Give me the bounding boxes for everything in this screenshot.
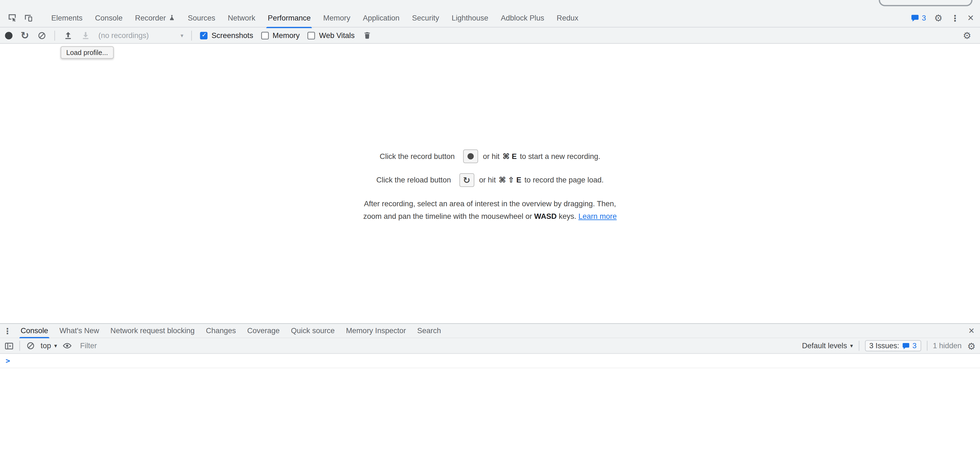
issues-button[interactable]: 3 Issues: 3 (865, 340, 921, 351)
record-icon[interactable] (5, 32, 12, 39)
drawer-tab-coverage[interactable]: Coverage (242, 324, 285, 338)
tab-network[interactable]: Network (221, 8, 261, 27)
console-prompt-row[interactable]: > (0, 354, 980, 368)
chevron-down-icon: ▾ (54, 343, 57, 349)
drawer-tab-label: Coverage (247, 326, 280, 335)
drawer-tab-changes[interactable]: Changes (200, 324, 242, 338)
reload-button[interactable]: ↻ (459, 173, 474, 187)
tab-elements[interactable]: Elements (45, 8, 89, 27)
memory-checkbox[interactable]: Memory (261, 31, 300, 40)
browser-artifact (879, 0, 973, 6)
record-shortcut-keys: ⌘ E (503, 152, 517, 161)
tab-label: Application (363, 13, 399, 22)
device-toolbar-icon[interactable] (20, 9, 36, 27)
drawer-kebab-icon[interactable]: ⋮ (0, 324, 15, 338)
log-levels-dropdown[interactable]: Default levels ▾ (802, 341, 853, 350)
tab-redux[interactable]: Redux (550, 8, 585, 27)
learn-more-link[interactable]: Learn more (578, 212, 617, 220)
screenshots-checkbox[interactable]: Screenshots (200, 31, 253, 40)
drawer-tab-network-request-blocking[interactable]: Network request blocking (105, 324, 200, 338)
drawer-tab-label: What's New (59, 326, 99, 335)
console-context-selector[interactable]: top ▾ (41, 341, 57, 350)
drawer-close-icon[interactable]: × (963, 324, 980, 338)
web-vitals-checkbox[interactable]: Web Vitals (308, 31, 355, 40)
delete-recordings-icon[interactable] (363, 30, 372, 40)
console-settings-gear-icon[interactable]: ⚙ (967, 341, 975, 351)
load-profile-icon[interactable] (64, 30, 73, 40)
chevron-down-icon: ▾ (850, 343, 853, 349)
hint-line2-end: keys. (559, 212, 576, 220)
record-instruction-prefix: Click the record button (380, 152, 455, 161)
eye-icon[interactable] (63, 341, 72, 351)
tab-recorder[interactable]: Recorder (129, 8, 181, 27)
tab-label: Lighthouse (452, 13, 488, 22)
log-levels-label: Default levels (802, 341, 847, 350)
console-filter-input[interactable] (80, 341, 794, 350)
drawer-tab-label: Console (21, 326, 48, 335)
save-profile-icon (81, 30, 90, 40)
close-icon[interactable]: × (967, 13, 974, 23)
tab-label: Network (228, 13, 255, 22)
toolbar-divider (859, 341, 859, 351)
drawer-tab-quick-source[interactable]: Quick source (285, 324, 340, 338)
console-sidebar-icon[interactable] (5, 341, 14, 351)
tab-label: Sources (188, 13, 215, 22)
toolbar-divider (927, 341, 927, 351)
console-context-label: top (41, 341, 51, 350)
clear-icon[interactable] (37, 30, 46, 40)
tab-label: Recorder (135, 13, 166, 22)
tab-sources[interactable]: Sources (181, 8, 221, 27)
reload-icon[interactable]: ↻ (21, 30, 29, 40)
tab-label: Redux (557, 13, 578, 22)
drawer-tab-whats-new[interactable]: What's New (54, 324, 105, 338)
recordings-dropdown[interactable]: (no recordings) ▾ (99, 31, 183, 40)
reload-arrow-icon: ↻ (463, 175, 470, 184)
toolbar-divider (191, 30, 192, 40)
drawer-tab-label: Network request blocking (110, 326, 195, 335)
tab-memory[interactable]: Memory (317, 8, 356, 27)
checkbox-label: Screenshots (212, 31, 253, 40)
drawer-tab-memory-inspector[interactable]: Memory Inspector (340, 324, 412, 338)
record-dot-icon (467, 153, 474, 159)
experiment-icon (169, 14, 175, 21)
record-button[interactable] (463, 149, 478, 163)
kebab-menu-icon[interactable]: ⋮ (951, 13, 959, 22)
tabbar-right-controls: 3 ⚙ ⋮ × (910, 13, 980, 23)
console-content[interactable]: > (0, 354, 980, 459)
main-tab-list: Elements Console Recorder Sources Networ… (45, 8, 585, 27)
tab-adblock-plus[interactable]: Adblock Plus (495, 8, 550, 27)
record-instruction-row: Click the record button or hit ⌘ E to st… (380, 149, 600, 163)
checkbox-label: Memory (273, 31, 300, 40)
drawer-tabbar: ⋮ Console What's New Network request blo… (0, 324, 980, 338)
tab-console[interactable]: Console (89, 8, 129, 27)
capture-settings-gear-icon[interactable]: ⚙ (963, 30, 971, 40)
drawer-tab-search[interactable]: Search (412, 324, 447, 338)
issues-bubble-icon (902, 342, 910, 350)
performance-toolbar: ↻ (no recordings) ▾ Screenshots (0, 28, 980, 44)
devtools-window: Elements Console Recorder Sources Networ… (0, 0, 980, 459)
reload-shortcut-keys: ⌘ ⇧ E (499, 175, 522, 184)
reload-instruction-middle: or hit (479, 175, 496, 184)
drawer-tab-label: Search (417, 326, 441, 335)
recordings-dropdown-label: (no recordings) (99, 31, 149, 40)
settings-gear-icon[interactable]: ⚙ (934, 13, 943, 22)
tab-security[interactable]: Security (406, 8, 445, 27)
clear-console-icon[interactable] (26, 341, 35, 351)
issues-count: 3 (922, 13, 926, 22)
inspect-icon[interactable] (4, 9, 20, 27)
checkbox-box (261, 32, 269, 39)
tab-label: Console (95, 13, 123, 22)
prompt-chevron-icon: > (6, 356, 10, 365)
console-toolbar: top ▾ Default levels ▾ 3 Issues: 3 1 hid… (0, 338, 980, 354)
tab-application[interactable]: Application (356, 8, 406, 27)
drawer-tab-label: Quick source (291, 326, 335, 335)
record-instruction-suffix: to start a new recording. (520, 152, 600, 161)
issues-counter[interactable]: 3 (910, 13, 926, 22)
checkbox-box (200, 32, 208, 39)
tab-label: Adblock Plus (501, 13, 544, 22)
reload-instruction-prefix: Click the reload button (376, 175, 451, 184)
issues-button-count: 3 (912, 341, 916, 350)
tab-performance[interactable]: Performance (261, 8, 317, 27)
drawer-tab-console[interactable]: Console (15, 324, 54, 338)
tab-lighthouse[interactable]: Lighthouse (445, 8, 495, 27)
